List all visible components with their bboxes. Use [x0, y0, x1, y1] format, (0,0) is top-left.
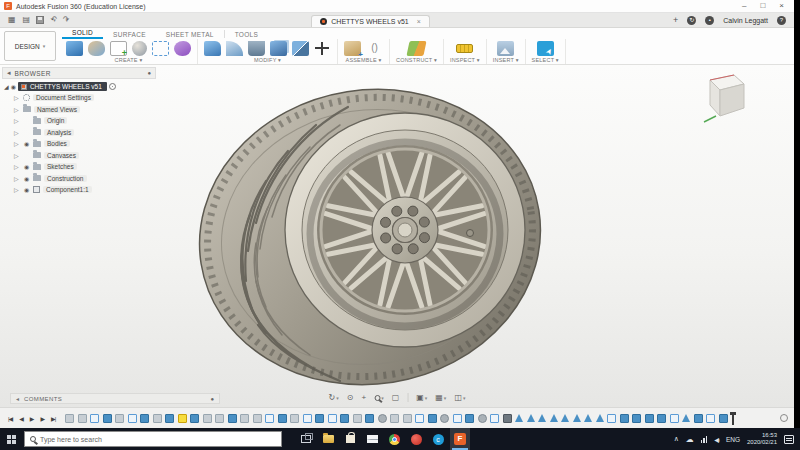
timeline-feature-54[interactable]: [719, 414, 728, 423]
timeline-feature-35[interactable]: [490, 414, 499, 423]
fusion-360-taskbar-icon[interactable]: F: [450, 428, 470, 450]
expand-icon[interactable]: ▷: [14, 175, 20, 182]
plane-icon[interactable]: [406, 41, 426, 56]
timeline-feature-33[interactable]: [465, 414, 474, 423]
username[interactable]: Calvin Leggatt: [723, 17, 768, 24]
move-icon[interactable]: [314, 41, 331, 56]
help-icon[interactable]: ?: [777, 16, 786, 25]
skip-to-end-button[interactable]: ▶|: [49, 415, 57, 422]
shell-icon[interactable]: [248, 41, 265, 56]
volume-icon[interactable]: ◀): [714, 436, 719, 443]
orbit-icon[interactable]: ↻▾: [326, 392, 342, 403]
visibility-eye-icon[interactable]: ◉: [11, 83, 16, 90]
tray-expand-icon[interactable]: ∧: [674, 435, 679, 443]
app-grid-icon[interactable]: ▦: [8, 15, 16, 25]
timeline-playhead[interactable]: [732, 412, 734, 425]
select-icon[interactable]: [537, 41, 554, 56]
view-cube[interactable]: [696, 72, 748, 130]
blue-app-taskbar-icon[interactable]: c: [428, 428, 448, 450]
timeline-feature-19[interactable]: [290, 414, 299, 423]
newcomp-icon[interactable]: [344, 41, 361, 56]
timeline-feature-12[interactable]: [203, 414, 212, 423]
chrome-taskbar-icon[interactable]: [384, 428, 404, 450]
split-icon[interactable]: [292, 41, 309, 56]
timeline-feature-36[interactable]: [503, 414, 512, 423]
grid-settings-icon[interactable]: ▦▾: [432, 392, 449, 403]
minimize-button[interactable]: –: [742, 1, 746, 11]
notifications-icon[interactable]: •: [705, 16, 714, 25]
clock[interactable]: 16:53 2020/02/21: [747, 432, 777, 446]
presspull-icon[interactable]: [204, 41, 221, 56]
timeline-options-icon[interactable]: [780, 414, 788, 422]
timeline-feature-13[interactable]: [215, 414, 224, 423]
timeline-feature-50[interactable]: [670, 414, 679, 423]
expand-icon[interactable]: ▷: [14, 163, 20, 170]
revolve-icon[interactable]: [132, 41, 147, 56]
activate-component-radio[interactable]: [109, 83, 116, 90]
red-app-taskbar-icon[interactable]: [406, 428, 426, 450]
close-button[interactable]: ×: [779, 1, 784, 11]
timeline-feature-26[interactable]: [378, 414, 387, 423]
timeline-feature-4[interactable]: [103, 414, 112, 423]
timeline-feature-31[interactable]: [440, 414, 449, 423]
file-explorer-taskbar-icon[interactable]: [318, 428, 338, 450]
timeline-feature-40[interactable]: [550, 414, 558, 422]
timeline-feature-6[interactable]: [128, 414, 137, 423]
job-status-icon[interactable]: ↻: [687, 16, 696, 25]
expand-icon[interactable]: ▷: [14, 106, 20, 113]
play-button[interactable]: ▶: [28, 415, 36, 422]
browser-item-canvases[interactable]: ▷Canvases: [2, 150, 156, 162]
timeline-feature-14[interactable]: [228, 414, 237, 423]
pan-icon[interactable]: +: [358, 392, 369, 403]
panel-options-icon[interactable]: ●: [147, 70, 151, 76]
ribbon-group-label-select[interactable]: SELECT ▾: [532, 57, 559, 64]
timeline-feature-47[interactable]: [632, 414, 641, 423]
expand-icon[interactable]: ▷: [14, 129, 20, 136]
browser-item-bodies[interactable]: ▷◉Bodies: [2, 138, 156, 150]
collapse-comments-icon[interactable]: ◂: [16, 395, 19, 402]
ribbon-group-label-construct[interactable]: CONSTRUCT ▾: [396, 57, 437, 64]
comments-bar[interactable]: ◂ COMMENTS ●: [10, 393, 220, 404]
skip-to-start-button[interactable]: |◀: [6, 415, 14, 422]
tab-solid[interactable]: SOLID: [62, 29, 103, 39]
fillet-icon[interactable]: [226, 41, 243, 56]
maximize-button[interactable]: □: [760, 1, 765, 11]
collapse-panel-icon[interactable]: ◂: [7, 69, 11, 77]
timeline-feature-51[interactable]: [682, 414, 690, 422]
document-tab-close-icon[interactable]: ×: [417, 18, 421, 25]
timeline-feature-25[interactable]: [365, 414, 374, 423]
fit-icon[interactable]: ▢: [389, 392, 403, 403]
canvas-icon[interactable]: [497, 41, 514, 56]
timeline-feature-44[interactable]: [596, 414, 604, 422]
timeline-feature-53[interactable]: [706, 414, 715, 423]
expand-icon[interactable]: ▷: [14, 117, 20, 124]
timeline-feature-15[interactable]: [240, 414, 249, 423]
display-settings-icon[interactable]: ▣▾: [413, 392, 430, 403]
timeline-feature-22[interactable]: [328, 414, 337, 423]
timeline-feature-16[interactable]: [253, 414, 262, 423]
timeline-feature-9[interactable]: [165, 414, 174, 423]
sculpt-icon[interactable]: [88, 41, 105, 56]
timeline-feature-20[interactable]: [303, 414, 312, 423]
timeline-feature-10[interactable]: [178, 414, 187, 423]
browser-item-named-views[interactable]: ▷Named Views: [2, 104, 156, 116]
visibility-eye-icon[interactable]: ◉: [23, 186, 30, 193]
timeline-feature-28[interactable]: [403, 414, 412, 423]
ribbon-group-label-insert[interactable]: INSERT ▾: [493, 57, 519, 64]
combine-icon[interactable]: [270, 41, 287, 56]
timeline-feature-39[interactable]: [538, 414, 546, 422]
document-tab[interactable]: CHETTYS WHEELS v51 ×: [311, 15, 430, 27]
browser-item-analysis[interactable]: ▷Analysis: [2, 127, 156, 139]
visibility-eye-icon[interactable]: ◉: [23, 175, 30, 182]
browser-item-construction[interactable]: ▷◉Construction: [2, 173, 156, 185]
timeline-feature-8[interactable]: [153, 414, 162, 423]
network-icon[interactable]: [701, 436, 708, 443]
timeline-feature-1[interactable]: [65, 414, 74, 423]
new-tab-icon[interactable]: +: [673, 15, 678, 25]
sketch-icon[interactable]: [110, 41, 127, 56]
ribbon-group-label-assemble[interactable]: ASSEMBLE ▾: [346, 57, 382, 64]
save-icon[interactable]: [36, 16, 44, 24]
store-taskbar-icon[interactable]: [340, 428, 360, 450]
mail-taskbar-icon[interactable]: [362, 428, 382, 450]
joint-icon[interactable]: (): [366, 41, 383, 56]
